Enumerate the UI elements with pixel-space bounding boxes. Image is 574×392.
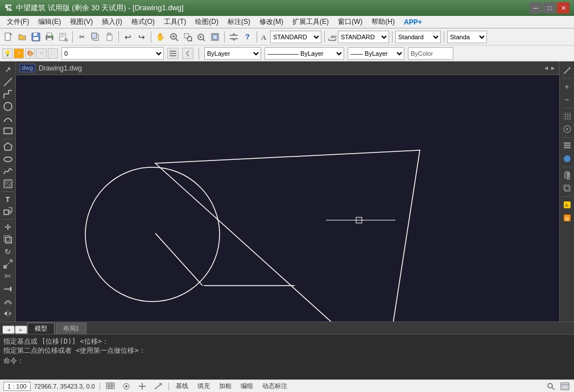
cmd-input[interactable]: [24, 357, 571, 365]
rt-properties[interactable]: [561, 139, 573, 152]
tool-line[interactable]: [1, 76, 15, 88]
menu-help[interactable]: 帮助(H): [367, 16, 399, 28]
layer-rect-icon[interactable]: □: [48, 48, 58, 59]
menu-edit[interactable]: 编辑(E): [34, 16, 65, 28]
status-bold[interactable]: 加粗: [217, 382, 234, 390]
tool-rotate[interactable]: ↻: [1, 246, 15, 258]
dim-select[interactable]: Standard: [395, 31, 441, 43]
canvas-nav-right[interactable]: ►: [550, 65, 556, 71]
layer-prev-button[interactable]: [182, 48, 193, 59]
tool-extend[interactable]: [1, 283, 15, 295]
layer-select[interactable]: 0: [61, 47, 164, 60]
status-fullscreen-icon[interactable]: [559, 381, 571, 391]
tool-polygon[interactable]: [1, 141, 15, 153]
tool-ellipse[interactable]: [1, 153, 15, 165]
paste-button[interactable]: [103, 31, 115, 43]
tool-copy2[interactable]: [1, 234, 15, 246]
maximize-button[interactable]: □: [543, 2, 556, 14]
close-button[interactable]: ✕: [557, 2, 569, 14]
layer-freeze-icon[interactable]: ❄: [36, 48, 47, 59]
menu-app[interactable]: APP+: [399, 17, 427, 27]
menu-draw[interactable]: 绘图(D): [191, 16, 223, 28]
layer-color-icon[interactable]: 🎨: [25, 48, 35, 59]
menu-tools[interactable]: 工具(T): [159, 16, 191, 28]
undo-button[interactable]: ↩: [122, 31, 134, 43]
preview-button[interactable]: [57, 31, 69, 43]
style-select[interactable]: STANDARD: [270, 31, 321, 43]
rt-pencil[interactable]: [561, 64, 573, 76]
menu-modify[interactable]: 修改(M): [255, 16, 288, 28]
layer-sun-icon[interactable]: ☀: [14, 48, 24, 59]
help-button[interactable]: ?: [241, 31, 254, 43]
text-select[interactable]: STANDARD: [338, 31, 389, 43]
pan-button[interactable]: ✋: [154, 31, 167, 43]
tool-pline[interactable]: [1, 88, 15, 100]
tool-insert[interactable]: [1, 206, 15, 218]
menu-file[interactable]: 文件(F): [2, 16, 34, 28]
menu-dim[interactable]: 标注(S): [223, 16, 255, 28]
menu-insert[interactable]: 插入(I): [97, 16, 126, 28]
menu-view[interactable]: 视图(V): [65, 16, 97, 28]
rt-zoom-in[interactable]: +: [561, 80, 573, 93]
tool-text[interactable]: T: [1, 193, 15, 205]
rt-yellow2[interactable]: ⊞: [561, 212, 573, 224]
drawing-canvas-svg[interactable]: Y X: [16, 75, 559, 321]
extra-select[interactable]: Standa: [447, 31, 487, 43]
cut-button[interactable]: ✂: [76, 31, 88, 43]
tool-move[interactable]: ✛: [1, 221, 15, 233]
status-ortho-icon[interactable]: [137, 381, 148, 391]
copy-button[interactable]: [89, 31, 102, 43]
zoom-window-button[interactable]: [181, 31, 194, 43]
tool-select[interactable]: ↗: [1, 64, 15, 76]
status-fill[interactable]: 填充: [195, 382, 212, 390]
status-grid-icon[interactable]: [105, 381, 116, 391]
tab-nav-right[interactable]: ►: [15, 325, 27, 334]
save-button[interactable]: [30, 31, 42, 43]
canvas-nav-arrows: ◄ ►: [543, 65, 556, 71]
status-zoom-icon[interactable]: [546, 381, 557, 391]
tool-spline[interactable]: [1, 166, 15, 178]
rt-copy-obj[interactable]: [561, 182, 573, 195]
tab-layout1[interactable]: 布局1: [56, 323, 86, 334]
drawing-canvas-wrapper[interactable]: dwg Drawing1.dwg ◄ ►: [16, 61, 559, 321]
bylayer-lineweight-select[interactable]: —— ByLayer: [348, 47, 404, 60]
bylayer-linetype-select[interactable]: ————— ByLayer: [265, 47, 344, 60]
tool-trim[interactable]: ✄: [1, 271, 15, 283]
tool-scale[interactable]: [1, 258, 15, 270]
minimize-button[interactable]: ─: [530, 2, 542, 14]
tool-circle[interactable]: [1, 101, 15, 113]
redo-button[interactable]: ↪: [135, 31, 148, 43]
status-group[interactable]: 编组: [238, 382, 255, 390]
status-snap-icon[interactable]: [121, 381, 132, 391]
status-baseline[interactable]: 基线: [174, 382, 191, 390]
status-dynamic[interactable]: 动态标注: [260, 382, 290, 390]
print-button[interactable]: [43, 31, 56, 43]
tool-arc[interactable]: [1, 113, 15, 125]
rt-zoom-out[interactable]: −: [561, 93, 573, 106]
tool-mirror[interactable]: [1, 307, 15, 319]
menu-ext[interactable]: 扩展工具(E): [288, 16, 333, 28]
layer-mgr-button[interactable]: [167, 48, 179, 59]
bylayer-color-select[interactable]: ByLayer: [204, 47, 261, 60]
open-button[interactable]: [16, 31, 28, 43]
layer-bulb-icon[interactable]: 💡: [2, 48, 13, 59]
zoom-realtime-button[interactable]: [168, 31, 180, 43]
rt-attach[interactable]: [561, 169, 573, 181]
realtime-pan-button[interactable]: [228, 31, 240, 43]
canvas-nav-left[interactable]: ◄: [543, 65, 549, 71]
tab-model[interactable]: 模型: [27, 323, 55, 334]
new-button[interactable]: [2, 31, 15, 43]
menu-format[interactable]: 格式(O): [127, 16, 159, 28]
zoom-prev-button[interactable]: [195, 31, 208, 43]
tab-nav-left[interactable]: ◄: [2, 325, 15, 334]
tool-rect[interactable]: [1, 125, 15, 137]
tool-offset[interactable]: [1, 295, 15, 307]
rt-snap[interactable]: [561, 123, 573, 135]
zoom-extent-button[interactable]: [209, 31, 221, 43]
status-polar-icon[interactable]: [152, 381, 164, 391]
rt-color[interactable]: [561, 152, 573, 165]
rt-yellow1[interactable]: A: [561, 199, 573, 211]
tool-hatch[interactable]: [1, 178, 15, 189]
rt-grid[interactable]: [561, 110, 573, 122]
menu-window[interactable]: 窗口(W): [333, 16, 367, 28]
